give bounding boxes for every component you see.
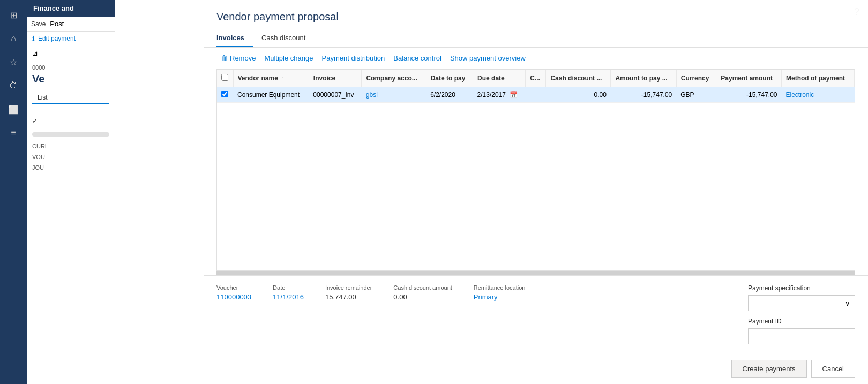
invoice-remainder-field: Invoice remainder 15,747.00 xyxy=(325,284,372,301)
payment-spec-label: Payment specification xyxy=(748,284,855,292)
grid-scrollbar[interactable] xyxy=(216,271,855,275)
cell-invoice: 00000007_Inv xyxy=(309,87,362,103)
vou-label: VOU xyxy=(27,152,115,162)
col-company-acco: Company acco... xyxy=(362,70,426,87)
cell-method-of-payment: Electronic xyxy=(782,87,855,103)
sidebar-icon-star[interactable]: ☆ xyxy=(3,51,24,73)
bottom-fields: Voucher 110000003 Date 11/1/2016 Invoice… xyxy=(216,284,855,344)
cancel-button[interactable]: Cancel xyxy=(811,360,855,378)
cell-vendor-name: Consumer Equipment xyxy=(233,87,309,103)
voucher-field: Voucher 110000003 xyxy=(216,284,251,301)
chevron-down-icon: ∨ xyxy=(845,299,850,307)
edit-payment-label: Edit payment xyxy=(38,35,76,42)
remittance-location-label: Remittance location xyxy=(474,284,526,291)
record-id: 0000 xyxy=(27,61,115,72)
filter-icon[interactable]: ⊿ xyxy=(32,49,38,57)
info-icon: ℹ xyxy=(32,35,35,42)
remittance-location-field: Remittance location Primary xyxy=(474,284,526,301)
add-action[interactable]: + xyxy=(32,108,109,115)
cell-cash-discount: 0.00 xyxy=(546,87,611,103)
cell-company-acco: gbsi xyxy=(362,87,426,103)
col-due-date: Due date xyxy=(473,70,526,87)
show-payment-overview-button[interactable]: Show payment overview xyxy=(446,52,530,64)
cell-currency: GBP xyxy=(676,87,716,103)
left-toolbar: Save Post xyxy=(27,17,115,32)
dialog-footer: Create payments Cancel xyxy=(204,353,868,384)
sidebar-icon-chart[interactable]: ⬜ xyxy=(3,99,24,120)
cell-date-to-pay: 6/2/2020 xyxy=(426,87,473,103)
edit-payment-button[interactable]: ℹ Edit payment xyxy=(27,32,115,46)
invoice-remainder-label: Invoice remainder xyxy=(325,284,372,291)
left-scrollbar[interactable] xyxy=(32,132,109,137)
dialog-tabs: Invoices Cash discount xyxy=(204,29,868,48)
bottom-section: Voucher 110000003 Date 11/1/2016 Invoice… xyxy=(204,275,868,353)
payment-distribution-button[interactable]: Payment distribution xyxy=(317,52,389,64)
save-button[interactable]: Save xyxy=(31,20,46,28)
voucher-value[interactable]: 110000003 xyxy=(216,293,251,301)
app-title: Finance and xyxy=(27,0,115,17)
row-checkbox-cell xyxy=(217,87,233,103)
jou-label: JOU xyxy=(27,162,115,173)
vendor-payment-dialog: Vendor payment proposal Invoices Cash di… xyxy=(204,0,868,384)
calendar-icon[interactable]: 📅 xyxy=(510,91,518,99)
date-field: Date 11/1/2016 xyxy=(273,284,304,301)
row-checkbox[interactable] xyxy=(221,91,228,97)
invoice-remainder-value: 15,747.00 xyxy=(325,293,372,301)
dialog-toolbar: 🗑 Remove Multiple change Payment distrib… xyxy=(204,48,868,69)
create-payments-button[interactable]: Create payments xyxy=(731,360,807,378)
cash-discount-amount-label: Cash discount amount xyxy=(393,284,452,291)
left-actions: + ✓ xyxy=(27,104,115,128)
col-date-to-pay: Date to pay xyxy=(426,70,473,87)
select-all-checkbox[interactable] xyxy=(221,74,228,81)
date-label: Date xyxy=(273,284,304,291)
tab-cash-discount[interactable]: Cash discount xyxy=(261,29,314,47)
sidebar-icon-grid[interactable]: ⊞ xyxy=(3,4,24,26)
col-vendor-name: Vendor name ↑ xyxy=(233,70,309,87)
dialog-title: Vendor payment proposal xyxy=(204,0,868,29)
col-checkbox xyxy=(217,70,233,87)
right-fields: Payment specification ∨ Payment ID xyxy=(748,284,855,344)
remittance-location-value[interactable]: Primary xyxy=(474,293,526,301)
method-link[interactable]: Electronic xyxy=(786,91,814,99)
sidebar-icon-home[interactable]: ⌂ xyxy=(3,28,24,49)
remove-button[interactable]: 🗑 Remove xyxy=(216,52,260,64)
col-invoice: Invoice xyxy=(309,70,362,87)
main-content: ? Vendor payment proposal Invoices Cash … xyxy=(115,0,868,384)
col-amount-to-pay: Amount to pay ... xyxy=(611,70,676,87)
balance-control-button[interactable]: Balance control xyxy=(389,52,446,64)
col-currency: Currency xyxy=(676,70,716,87)
col-method-of-payment: Method of payment xyxy=(782,70,855,87)
post-label: Post xyxy=(50,20,64,28)
col-cash-discount: Cash discount ... xyxy=(546,70,611,87)
payment-id-field: Payment ID xyxy=(748,318,855,344)
sidebar: ⊞ ⌂ ☆ ⏱ ⬜ ≡ xyxy=(0,0,27,384)
col-c: C... xyxy=(526,70,546,87)
curi-label: CURI xyxy=(27,141,115,152)
vendor-abbr: Ve xyxy=(27,72,115,89)
cell-due-date: 2/13/2017 📅 xyxy=(473,87,526,103)
check-action[interactable]: ✓ xyxy=(32,117,109,125)
multiple-change-button[interactable]: Multiple change xyxy=(260,52,317,64)
company-link[interactable]: gbsi xyxy=(366,91,378,99)
list-tab[interactable]: List xyxy=(32,92,109,104)
invoice-grid: Vendor name ↑ Invoice Company acco... Da… xyxy=(216,69,855,271)
cell-amount-to-pay: -15,747.00 xyxy=(611,87,676,103)
remove-icon: 🗑 xyxy=(221,54,228,62)
date-value[interactable]: 11/1/2016 xyxy=(273,293,304,301)
cash-discount-amount-field: Cash discount amount 0.00 xyxy=(393,284,452,301)
tab-invoices[interactable]: Invoices xyxy=(216,29,253,47)
payment-id-label: Payment ID xyxy=(748,318,855,325)
payment-id-input[interactable] xyxy=(748,328,855,344)
cash-discount-amount-value: 0.00 xyxy=(393,293,452,301)
payment-spec-field: Payment specification ∨ xyxy=(748,284,855,311)
table-row[interactable]: Consumer Equipment 00000007_Inv gbsi 6/2… xyxy=(217,87,855,103)
sidebar-icon-clock[interactable]: ⏱ xyxy=(3,75,24,96)
payment-spec-dropdown[interactable]: ∨ xyxy=(748,295,855,311)
col-payment-amount: Payment amount xyxy=(716,70,782,87)
cell-c xyxy=(526,87,546,103)
cell-payment-amount: -15,747.00 xyxy=(716,87,782,103)
left-panel: Finance and Save Post ℹ Edit payment ⊿ 0… xyxy=(27,0,115,384)
sort-vendor-icon[interactable]: ↑ xyxy=(281,76,283,81)
filter-row: ⊿ xyxy=(27,46,115,61)
sidebar-icon-list[interactable]: ≡ xyxy=(3,122,24,144)
